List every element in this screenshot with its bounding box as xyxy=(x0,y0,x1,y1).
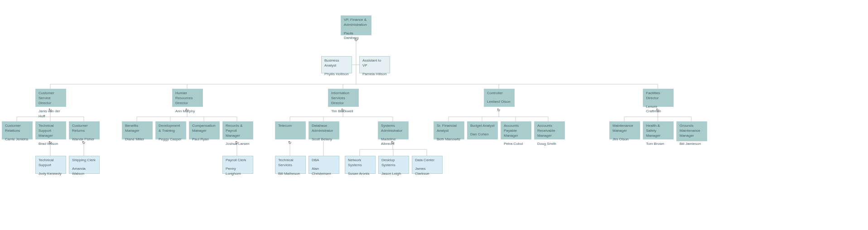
org-node-title: Information Services Director xyxy=(331,91,356,105)
org-node[interactable]: Desktop Systems Jason Leigh xyxy=(378,156,409,174)
org-node[interactable]: Budget Analyst Dan Cohen xyxy=(467,121,498,139)
org-node-name: Phyllis Hollison xyxy=(324,72,349,77)
org-node-title: Human Resources Director xyxy=(175,91,200,105)
org-node-assistant-left[interactable]: Business Analyst Phyllis Hollison xyxy=(321,56,352,73)
org-node[interactable]: Telecom xyxy=(275,121,306,139)
org-node-title: Controller xyxy=(487,91,511,96)
org-node[interactable]: Shipping Clerk Amanda Watson xyxy=(69,156,100,174)
org-node[interactable]: Sr. Financial Analyst Beth Manowitz xyxy=(434,121,464,139)
refresh-icon[interactable]: ↻ xyxy=(82,140,86,145)
org-node-title: Customer Relations xyxy=(5,124,29,134)
org-node[interactable]: Development & Training Peggy Casper xyxy=(155,121,186,139)
org-node-cs-director[interactable]: Customer Service Director Janis van der … xyxy=(35,89,66,107)
org-node[interactable]: Customer Relations Carrie Jenkins xyxy=(2,121,33,139)
org-node-title: Desktop Systems xyxy=(381,158,406,168)
org-node-facilities-director[interactable]: Facilities Director Lenore Craftman xyxy=(643,89,674,107)
org-node[interactable]: DBA Alan Christensen xyxy=(309,156,339,174)
org-node-title: Systems Administrator xyxy=(381,124,405,134)
org-node-title: Health & Safety Manager xyxy=(646,124,670,138)
refresh-icon[interactable]: ↻ xyxy=(497,108,501,112)
org-node-title: Technical Support Manager xyxy=(39,124,63,138)
org-node-title: Records & Payroll Manager xyxy=(226,124,250,138)
org-node-controller[interactable]: Controller Leeland Olson xyxy=(484,89,515,107)
org-node-title: VP, Finance & Administration xyxy=(344,18,368,28)
org-node-is-director[interactable]: Information Services Director Tim Blackw… xyxy=(328,89,359,107)
org-node-title: Compensation Manager xyxy=(192,124,217,134)
org-node[interactable]: Compensation Manager Paul Ryan xyxy=(189,121,220,139)
refresh-icon[interactable]: ↻ xyxy=(656,108,660,112)
org-node-title: Accounts Receivable Manager xyxy=(537,124,562,138)
org-node-title: Business Analyst xyxy=(324,58,349,68)
org-node-name: Jason Leigh xyxy=(381,172,406,177)
org-node[interactable]: Accounts Payable Manager Petra Cobol xyxy=(501,121,531,139)
org-node-title: Budget Analyst xyxy=(470,124,495,129)
org-node[interactable]: Customer Returns Wanda Fisher xyxy=(69,121,100,139)
refresh-icon[interactable]: ↻ xyxy=(48,140,53,145)
org-node-title: Assistant to VP xyxy=(362,58,387,68)
org-node-title: Data Center xyxy=(415,158,439,163)
org-node-assistant-right[interactable]: Assistant to VP Pamela Hillson xyxy=(359,56,390,73)
org-node-name: Carrie Jenkins xyxy=(5,137,29,142)
org-node-hr-director[interactable]: Human Resources Director Ann Murphy xyxy=(172,89,203,107)
org-node-name: Bill Jamieson xyxy=(680,142,704,147)
org-node-title: Customer Service Director xyxy=(39,91,63,105)
org-node-name: Paul Ryan xyxy=(192,137,217,142)
org-node[interactable]: Payroll Clerk Penny Longhorn xyxy=(222,156,253,174)
org-node-title: Payroll Clerk xyxy=(226,158,250,163)
org-node-name: Bill Matheson xyxy=(278,172,303,177)
org-node[interactable]: Database Administrator Scott Belany xyxy=(309,121,339,139)
org-node-title: Facilities Director xyxy=(646,91,670,101)
org-node-name: Tom Brown xyxy=(646,142,670,147)
org-node-title: Telecom xyxy=(278,124,303,129)
org-node-title: Sr. Financial Analyst xyxy=(437,124,461,134)
refresh-icon[interactable]: ↻ xyxy=(341,108,345,112)
org-node[interactable]: Benefits Manager Diane Miller xyxy=(122,121,153,139)
org-node[interactable]: Accounts Receivable Manager Doug Smith xyxy=(534,121,565,139)
org-node[interactable]: Records & Payroll Manager Joshua Larsen xyxy=(222,121,253,139)
refresh-icon[interactable]: ↻ xyxy=(185,108,189,112)
org-node-title: Shipping Clerk xyxy=(72,158,96,163)
org-node[interactable]: Technical Support Manager Brad Wilson xyxy=(35,121,66,139)
org-node-title: Development & Training xyxy=(159,124,183,134)
refresh-icon[interactable]: ↻ xyxy=(235,140,239,145)
org-node-name: Scott Belany xyxy=(312,137,336,142)
org-node-name: Diane Miller xyxy=(125,137,149,142)
org-node-name: Pamela Hillson xyxy=(362,72,387,77)
refresh-icon[interactable]: ↻ xyxy=(391,140,395,145)
org-node-title: Technical Support xyxy=(39,158,63,168)
org-node-title: Network Systems xyxy=(348,158,372,168)
org-node-title: Technical Services xyxy=(278,158,303,168)
org-node[interactable]: Systems Administrator Madeline Albrecht xyxy=(378,121,409,139)
refresh-icon[interactable]: ↻ xyxy=(48,108,53,112)
org-node-name: Leeland Olson xyxy=(487,100,511,105)
org-node-name: Susan Aronis xyxy=(348,172,372,177)
org-node-name: Alan Christensen xyxy=(312,167,336,177)
refresh-icon[interactable]: ↻ xyxy=(288,140,292,145)
org-node[interactable]: Technical Support Jody Kennedy xyxy=(35,156,66,174)
org-node-name: Peggy Casper xyxy=(159,137,183,142)
org-node-title: Database Administrator xyxy=(312,124,336,134)
org-node-name: Dan Cohen xyxy=(470,132,495,137)
refresh-icon[interactable]: ↻ xyxy=(354,38,358,42)
org-node-name: James Clarkson xyxy=(415,167,439,177)
org-node-title: DBA xyxy=(312,158,336,163)
org-node[interactable]: Grounds Maintenance Manager Bill Jamieso… xyxy=(676,121,707,141)
org-node-name: Jim Olson xyxy=(612,137,637,142)
org-node[interactable]: Technical Services Bill Matheson xyxy=(275,156,306,174)
org-node-name: Beth Manowitz xyxy=(437,137,461,142)
org-node-title: Maintenance Manager xyxy=(612,124,637,134)
org-node-name: Petra Cobol xyxy=(504,142,528,147)
org-node-name: Penny Longhorn xyxy=(226,167,250,177)
org-node[interactable]: Health & Safety Manager Tom Brown xyxy=(643,121,674,139)
org-node-name: Jody Kennedy xyxy=(39,172,63,177)
org-node-title: Benefits Manager xyxy=(125,124,149,134)
org-node-title: Customer Returns xyxy=(72,124,96,134)
org-node[interactable]: Maintenance Manager Jim Olson xyxy=(609,121,640,139)
org-node-title: Grounds Maintenance Manager xyxy=(680,124,704,138)
org-chart: VP, Finance & Administration Paula Dahlb… xyxy=(0,0,868,230)
org-node-root[interactable]: VP, Finance & Administration Paula Dahlb… xyxy=(341,15,371,35)
org-node[interactable]: Data Center James Clarkson xyxy=(412,156,443,174)
org-node-name: Doug Smith xyxy=(537,142,562,147)
org-node-title: Accounts Payable Manager xyxy=(504,124,528,138)
org-node[interactable]: Network Systems Susan Aronis xyxy=(345,156,376,174)
